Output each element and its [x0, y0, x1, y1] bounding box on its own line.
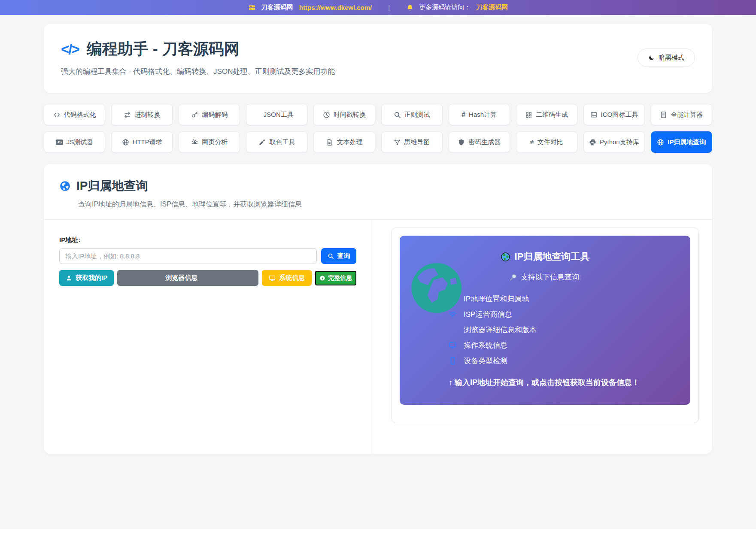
- tool-button[interactable]: 时间戳转换: [313, 104, 375, 125]
- topbar-site-url-link[interactable]: https://www.dkewl.com/: [299, 4, 372, 11]
- page-title: 编程助手 - 刀客源码网: [87, 39, 240, 60]
- get-my-ip-button[interactable]: 获取我的IP: [59, 270, 114, 286]
- feature-item: 浏览器详细信息和版本: [449, 325, 677, 335]
- tool-button-active[interactable]: IP归属地查询: [651, 131, 712, 153]
- tool-label: 进制转换: [134, 111, 160, 119]
- full-info-button[interactable]: 完整信息: [315, 271, 356, 285]
- info-panel: IP归属地查询工具 支持以下信息查询: IP地理位置和归属地ISP运营商信息浏览…: [400, 236, 690, 405]
- ip-tool-description: 查询IP地址的归属地信息、ISP信息、地理位置等，并获取浏览器详细信息: [78, 200, 697, 209]
- get-my-ip-label: 获取我的IP: [76, 274, 107, 282]
- feature-label: ISP运营商信息: [464, 309, 512, 319]
- tool-button[interactable]: HTTP请求: [111, 131, 173, 153]
- ip-form: IP地址: 查询: [44, 220, 371, 454]
- page: 刀客源码网 https://www.dkewl.com/ | 更多源码请访问： …: [0, 0, 756, 543]
- js-badge-icon: JS: [56, 140, 63, 145]
- feature-item: 设备类型检测: [449, 356, 677, 366]
- tool-button[interactable]: 密码生成器: [449, 131, 510, 153]
- tool-label: 网页分析: [202, 138, 228, 146]
- ip-tool-card: IP归属地查询 查询IP地址的归属地信息、ISP信息、地理位置等，并获取浏览器详…: [44, 164, 712, 454]
- feature-item: 操作系统信息: [449, 340, 677, 350]
- tool-label: 编码解码: [202, 111, 228, 119]
- swap-arrows-icon: [124, 111, 131, 118]
- ip-tool-title: IP归属地查询: [76, 178, 148, 194]
- tool-label: 文本处理: [337, 138, 362, 146]
- tool-label: 时间戳转换: [334, 111, 366, 119]
- feature-label: 设备类型检测: [464, 356, 507, 366]
- info-panel-subtitle: 支持以下信息查询:: [521, 272, 581, 282]
- ip-address-label: IP地址:: [59, 236, 356, 244]
- mobile-icon: [449, 357, 457, 365]
- page-subtitle: 强大的编程工具集合 - 代码格式化、编码转换、JSON处理、正则测试及更多实用功…: [61, 67, 335, 76]
- query-button[interactable]: 查询: [321, 248, 356, 264]
- image-icon: [590, 111, 598, 118]
- tool-button[interactable]: 网页分析: [179, 131, 240, 153]
- topbar-more-link[interactable]: 刀客源码网: [476, 3, 508, 12]
- tool-label: 正则测试: [404, 111, 430, 119]
- full-info-label: 完整信息: [328, 274, 352, 282]
- system-info-button[interactable]: 系统信息: [262, 270, 312, 286]
- big-globe-icon: [410, 261, 463, 315]
- code-icon: [53, 111, 61, 118]
- tool-button[interactable]: 代码格式化: [44, 104, 105, 125]
- feature-item: IP地理位置和归属地: [449, 294, 677, 304]
- tool-button[interactable]: 全能计算器: [651, 104, 712, 125]
- topbar-more-label: 更多源码请访问：: [419, 3, 471, 12]
- tool-button[interactable]: 进制转换: [111, 104, 173, 125]
- tool-button[interactable]: 编码解码: [179, 104, 240, 125]
- server-card-icon: [248, 4, 256, 12]
- dark-mode-button[interactable]: 暗黑模式: [638, 49, 695, 67]
- tool-label: JS测试器: [67, 138, 94, 146]
- magnifier-emoji-icon: [509, 273, 517, 281]
- tool-button[interactable]: ICO图标工具: [583, 104, 645, 125]
- qrcode-icon: [525, 111, 532, 118]
- info-panel-note: ↑ 输入IP地址开始查询，或点击按钮获取当前设备信息！: [449, 377, 677, 388]
- tool-button[interactable]: Python支持库: [583, 131, 645, 153]
- tool-label: ICO图标工具: [601, 111, 638, 119]
- browser-info-label: 浏览器信息: [165, 274, 197, 282]
- feature-label: 操作系统信息: [464, 340, 507, 350]
- tool-button[interactable]: 思维导图: [381, 131, 443, 153]
- feature-label: 浏览器详细信息和版本: [464, 325, 537, 335]
- feature-list: IP地理位置和归属地ISP运营商信息浏览器详细信息和版本操作系统信息设备类型检测: [449, 294, 677, 366]
- code-logo-icon: </>: [61, 41, 79, 58]
- tool-button[interactable]: 文本处理: [313, 131, 375, 153]
- tool-label: JSON工具: [264, 111, 294, 119]
- clock-icon: [323, 111, 330, 118]
- tool-label: Hash计算: [469, 111, 497, 119]
- tool-button[interactable]: JSJS测试器: [44, 131, 105, 153]
- earth-emoji-icon: [501, 252, 510, 262]
- tool-button[interactable]: JSON工具: [246, 104, 307, 125]
- globe-icon: [657, 139, 664, 146]
- shield-icon: [458, 139, 465, 146]
- tool-label: 文件对比: [537, 138, 563, 146]
- header-card: </> 编程助手 - 刀客源码网 强大的编程工具集合 - 代码格式化、编码转换、…: [44, 24, 712, 93]
- info-panel-title: IP归属地查询工具: [515, 250, 590, 263]
- page-footer: [0, 529, 756, 543]
- tool-button[interactable]: 正则测试: [381, 104, 443, 125]
- tool-button[interactable]: 二维码生成: [516, 104, 577, 125]
- info-panel-outer: IP归属地查询工具 支持以下信息查询: IP地理位置和归属地ISP运营商信息浏览…: [391, 228, 699, 423]
- ip-tool-header: IP归属地查询 查询IP地址的归属地信息、ISP信息、地理位置等，并获取浏览器详…: [44, 178, 712, 220]
- tool-button[interactable]: 取色工具: [246, 131, 307, 153]
- not-equal-icon: ≠: [530, 139, 534, 146]
- topbar-divider: |: [388, 4, 390, 11]
- spider-icon: [191, 139, 198, 146]
- header-left: </> 编程助手 - 刀客源码网 强大的编程工具集合 - 代码格式化、编码转换、…: [61, 39, 335, 76]
- moon-icon: [648, 55, 655, 61]
- tool-label: 取色工具: [269, 138, 295, 146]
- ip-info-column: IP归属地查询工具 支持以下信息查询: IP地理位置和归属地ISP运营商信息浏览…: [371, 220, 712, 454]
- tool-label: IP归属地查询: [668, 138, 706, 146]
- tool-button[interactable]: ≠文件对比: [516, 131, 577, 153]
- tool-grid: 代码格式化进制转换编码解码JSON工具时间戳转换正则测试#Hash计算二维码生成…: [44, 104, 712, 153]
- browser-info-button[interactable]: 浏览器信息: [117, 270, 258, 286]
- python-icon: [589, 139, 596, 146]
- monitor-icon: [449, 341, 457, 349]
- tool-label: 思维导图: [404, 138, 430, 146]
- ip-address-input[interactable]: [59, 248, 317, 264]
- hash-icon: #: [461, 111, 465, 118]
- eyedropper-icon: [258, 139, 266, 146]
- mindmap-icon: [394, 139, 401, 146]
- tool-button[interactable]: #Hash计算: [449, 104, 510, 125]
- tool-label: Python支持库: [600, 138, 639, 146]
- topbar-site-name: 刀客源码网: [261, 3, 293, 12]
